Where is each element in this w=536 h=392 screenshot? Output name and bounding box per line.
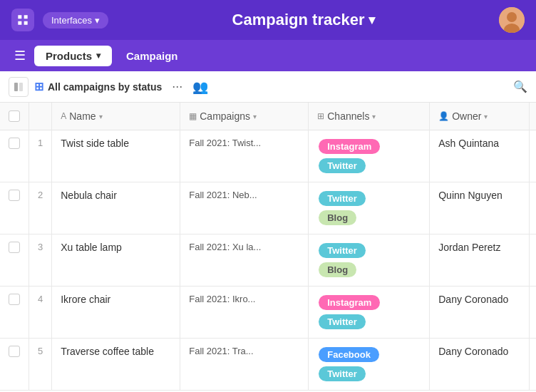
name-col-text-icon: A xyxy=(61,111,66,121)
row-owner: Jordan Peretz xyxy=(430,234,530,287)
row-name[interactable]: Ikrore chair xyxy=(52,287,180,339)
channel-tag-twitter[interactable]: Twitter xyxy=(319,366,366,381)
products-tab-dropdown[interactable]: ▾ xyxy=(96,51,100,61)
row-more xyxy=(530,130,536,182)
row-num: 4 xyxy=(29,287,52,339)
svg-point-1 xyxy=(507,12,517,22)
row-name[interactable]: Traverse coffee table xyxy=(52,339,180,391)
top-bar: Interfaces ▾ Campaign tracker ▾ xyxy=(0,0,536,40)
app-logo xyxy=(11,9,34,31)
row-num: 3 xyxy=(29,234,52,287)
row-name[interactable]: Twist side table xyxy=(52,130,180,182)
channel-tag-blog[interactable]: Blog xyxy=(319,262,356,277)
table-row: 3Xu table lampFall 2021: Xu la...Twitter… xyxy=(0,234,536,287)
svg-rect-4 xyxy=(19,83,23,91)
toolbar-left: ⊞ All campaigns by status ··· 👥 xyxy=(9,77,507,97)
owner-sort-icon[interactable]: ▾ xyxy=(484,113,488,120)
campaigns-col-icon: ▦ xyxy=(189,111,197,121)
row-channels: TwitterBlog xyxy=(309,234,430,287)
header-checkbox xyxy=(0,103,29,130)
row-name[interactable]: Nebula chair xyxy=(52,182,180,234)
table-row: 4Ikrore chairFall 2021: Ikro...Instagram… xyxy=(0,287,536,339)
row-num: 2 xyxy=(29,182,52,234)
row-campaign: Fall 2021: Neb... xyxy=(180,182,309,234)
avatar[interactable] xyxy=(499,7,525,33)
channel-tag-blog[interactable]: Blog xyxy=(319,210,356,225)
row-more xyxy=(530,234,536,287)
channel-tag-instagram[interactable]: Instagram xyxy=(319,139,380,154)
row-more xyxy=(530,182,536,234)
tab-campaign[interactable]: Campaign xyxy=(115,46,190,66)
header-num xyxy=(29,103,52,130)
row-campaign: Fall 2021: Tra... xyxy=(180,339,309,391)
row-channels: InstagramTwitter xyxy=(309,130,430,182)
row-campaign: Fall 2021: Twist... xyxy=(180,130,309,182)
row-checkbox-3[interactable] xyxy=(9,242,20,253)
row-campaign: Fall 2021: Ikro... xyxy=(180,287,309,339)
row-checkbox-1[interactable] xyxy=(9,138,20,149)
table-body: 1Twist side tableFall 2021: Twist...Inst… xyxy=(0,130,536,391)
row-owner: Quinn Nguyen xyxy=(430,182,530,234)
row-checkbox-4[interactable] xyxy=(9,294,20,305)
row-num: 5 xyxy=(29,339,52,391)
row-more xyxy=(530,287,536,339)
more-button[interactable]: ··· xyxy=(168,78,187,96)
table-container: A Name ▾ ▦ Campaigns ▾ ⊞ Channels xyxy=(0,103,536,392)
select-all-checkbox[interactable] xyxy=(9,110,20,122)
title-dropdown-icon[interactable]: ▾ xyxy=(368,12,375,28)
header-owner[interactable]: 👤 Owner ▾ xyxy=(430,103,530,130)
row-num: 1 xyxy=(29,130,52,182)
nav-bar: ☰ Products ▾ Campaign xyxy=(0,40,536,71)
header-channels[interactable]: ⊞ Channels ▾ xyxy=(309,103,430,130)
table-row: 1Twist side tableFall 2021: Twist...Inst… xyxy=(0,130,536,182)
row-channels: TwitterBlog xyxy=(309,182,430,234)
header-name[interactable]: A Name ▾ xyxy=(52,103,180,130)
header-campaigns[interactable]: ▦ Campaigns ▾ xyxy=(180,103,309,130)
table-header-row: A Name ▾ ▦ Campaigns ▾ ⊞ Channels xyxy=(0,103,536,130)
campaigns-sort-icon[interactable]: ▾ xyxy=(253,113,257,120)
toolbar: ⊞ All campaigns by status ··· 👥 🔍 xyxy=(0,71,536,103)
row-channels: InstagramTwitter xyxy=(309,287,430,339)
row-more xyxy=(530,339,536,391)
channel-tag-twitter[interactable]: Twitter xyxy=(319,243,366,258)
view-label: ⊞ All campaigns by status xyxy=(34,80,162,93)
data-table: A Name ▾ ▦ Campaigns ▾ ⊞ Channels xyxy=(0,103,536,391)
channel-tag-twitter[interactable]: Twitter xyxy=(319,314,366,329)
row-owner: Dany Coronado xyxy=(430,339,530,391)
channels-sort-icon[interactable]: ▾ xyxy=(372,113,376,120)
channel-tag-twitter[interactable]: Twitter xyxy=(319,191,366,206)
row-campaign: Fall 2021: Xu la... xyxy=(180,234,309,287)
owner-col-icon: 👤 xyxy=(438,111,449,121)
channel-tag-instagram[interactable]: Instagram xyxy=(319,295,380,310)
row-name[interactable]: Xu table lamp xyxy=(52,234,180,287)
interfaces-button[interactable]: Interfaces ▾ xyxy=(43,12,108,29)
grid-icon: ⊞ xyxy=(34,80,43,93)
sidebar-toggle-button[interactable] xyxy=(9,77,29,97)
channels-col-icon: ⊞ xyxy=(317,111,324,121)
tab-products[interactable]: Products ▾ xyxy=(34,46,112,66)
row-channels: FacebookTwitter xyxy=(309,339,430,391)
header-more: 👆 xyxy=(530,103,536,130)
row-checkbox-5[interactable] xyxy=(9,346,20,357)
table-row: 2Nebula chairFall 2021: Neb...TwitterBlo… xyxy=(0,182,536,234)
hamburger-button[interactable]: ☰ xyxy=(9,45,31,66)
people-button[interactable]: 👥 xyxy=(192,79,208,95)
channel-tag-twitter[interactable]: Twitter xyxy=(319,158,366,173)
row-owner: Dany Coronado xyxy=(430,287,530,339)
svg-rect-3 xyxy=(14,83,18,91)
table-row: 5Traverse coffee tableFall 2021: Tra...F… xyxy=(0,339,536,391)
page-title: Campaign tracker ▾ xyxy=(117,11,490,29)
row-owner: Ash Quintana xyxy=(430,130,530,182)
channel-tag-facebook[interactable]: Facebook xyxy=(319,347,379,362)
name-sort-icon[interactable]: ▾ xyxy=(99,113,103,120)
row-checkbox-2[interactable] xyxy=(9,190,20,201)
search-button[interactable]: 🔍 xyxy=(513,80,527,93)
